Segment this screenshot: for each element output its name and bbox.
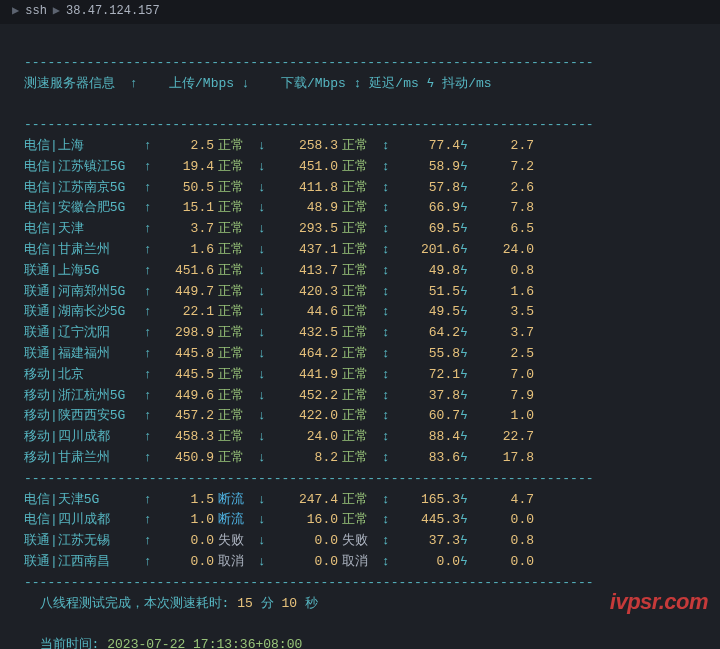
updown-arrow-icon: ↕: [382, 344, 400, 365]
upload-status: 断流: [214, 490, 258, 511]
upload-value: 445.8: [162, 344, 214, 365]
upload-value: 445.5: [162, 365, 214, 386]
latency-value: 0.0: [400, 552, 460, 573]
upload-status: 正常: [214, 282, 258, 303]
server-name: 电信|上海: [24, 136, 144, 157]
download-value: 422.0: [276, 406, 338, 427]
upload-value: 1.0: [162, 510, 214, 531]
download-value: 0.0: [276, 531, 338, 552]
download-status: 正常: [338, 427, 382, 448]
summary-text: 八线程测试完成，本次测速耗时:: [40, 596, 230, 611]
upload-status: 取消: [214, 552, 258, 573]
jitter-value: 2.6: [478, 178, 534, 199]
table-row: 移动|北京↑445.5正常↓441.9正常↕72.1ϟ7.0: [24, 365, 714, 386]
server-name: 联通|河南郑州5G: [24, 282, 144, 303]
latency-value: 88.4: [400, 427, 460, 448]
upload-value: 0.0: [162, 552, 214, 573]
down-arrow-icon: ↓: [258, 531, 276, 552]
table-row: 联通|福建福州↑445.8正常↓464.2正常↕55.8ϟ2.5: [24, 344, 714, 365]
updown-arrow-icon: ↕: [382, 302, 400, 323]
upload-value: 449.6: [162, 386, 214, 407]
spark-icon: ϟ: [460, 531, 478, 552]
jitter-value: 7.2: [478, 157, 534, 178]
upload-status: 正常: [214, 302, 258, 323]
up-arrow-icon: ↑: [144, 406, 162, 427]
upload-status: 正常: [214, 136, 258, 157]
download-status: 正常: [338, 344, 382, 365]
latency-value: 201.6: [400, 240, 460, 261]
download-status: 正常: [338, 510, 382, 531]
updown-arrow-icon: ↕: [382, 510, 400, 531]
jitter-value: 22.7: [478, 427, 534, 448]
up-arrow-icon: ↑: [144, 365, 162, 386]
jitter-value: 6.5: [478, 219, 534, 240]
latency-value: 51.5: [400, 282, 460, 303]
upload-status: 正常: [214, 406, 258, 427]
down-arrow-icon: ↓: [258, 302, 276, 323]
download-value: 464.2: [276, 344, 338, 365]
download-value: 44.6: [276, 302, 338, 323]
latency-value: 49.5: [400, 302, 460, 323]
up-arrow-icon: ↑: [144, 219, 162, 240]
server-name: 电信|天津5G: [24, 490, 144, 511]
jitter-value: 2.7: [478, 136, 534, 157]
updown-arrow-icon: ↕: [382, 219, 400, 240]
down-arrow-icon: ↓: [258, 136, 276, 157]
hdr-upload: 上传/Mbps: [169, 76, 234, 91]
download-status: 正常: [338, 240, 382, 261]
jitter-value: 2.5: [478, 344, 534, 365]
upload-value: 0.0: [162, 531, 214, 552]
download-status: 正常: [338, 157, 382, 178]
latency-value: 64.2: [400, 323, 460, 344]
updown-arrow-icon: ↕: [382, 448, 400, 469]
upload-status: 正常: [214, 386, 258, 407]
upload-value: 2.5: [162, 136, 214, 157]
up-arrow-icon: ↑: [130, 76, 138, 91]
server-name: 电信|安徽合肥5G: [24, 198, 144, 219]
terminal-output[interactable]: ----------------------------------------…: [0, 24, 720, 649]
spark-icon: ϟ: [460, 386, 478, 407]
breadcrumb-host[interactable]: 38.47.124.157: [66, 2, 160, 21]
watermark: ivpsr.com: [610, 584, 708, 619]
updown-arrow-icon: ↕: [382, 178, 400, 199]
down-arrow-icon: ↓: [258, 510, 276, 531]
download-status: 正常: [338, 198, 382, 219]
breadcrumb-ssh[interactable]: ssh: [25, 2, 47, 21]
updown-arrow-icon: ↕: [382, 240, 400, 261]
up-arrow-icon: ↑: [144, 136, 162, 157]
spark-icon: ϟ: [460, 427, 478, 448]
latency-value: 66.9: [400, 198, 460, 219]
download-value: 258.3: [276, 136, 338, 157]
up-arrow-icon: ↑: [144, 282, 162, 303]
jitter-value: 4.7: [478, 490, 534, 511]
table-row: 电信|天津↑3.7正常↓293.5正常↕69.5ϟ6.5: [24, 219, 714, 240]
download-value: 293.5: [276, 219, 338, 240]
updown-arrow-icon: ↕: [382, 282, 400, 303]
down-arrow-icon: ↓: [258, 240, 276, 261]
jitter-value: 1.0: [478, 406, 534, 427]
download-value: 420.3: [276, 282, 338, 303]
spark-icon: ϟ: [460, 136, 478, 157]
up-arrow-icon: ↑: [144, 323, 162, 344]
download-value: 247.4: [276, 490, 338, 511]
server-name: 电信|四川成都: [24, 510, 144, 531]
divider: ----------------------------------------…: [24, 471, 594, 486]
updown-arrow-icon: ↕: [382, 323, 400, 344]
table-row: 移动|四川成都↑458.3正常↓24.0正常↕88.4ϟ22.7: [24, 427, 714, 448]
download-value: 16.0: [276, 510, 338, 531]
server-name: 移动|陕西西安5G: [24, 406, 144, 427]
down-arrow-icon: ↓: [258, 386, 276, 407]
download-status: 正常: [338, 323, 382, 344]
spark-icon: ϟ: [460, 406, 478, 427]
time-line: 当前时间: 2023-07-22 17:13:36+08:00: [24, 635, 714, 649]
down-arrow-icon: ↓: [258, 282, 276, 303]
spark-icon: ϟ: [460, 344, 478, 365]
updown-arrow-icon: ↕: [382, 386, 400, 407]
down-arrow-icon: ↓: [242, 76, 250, 91]
up-arrow-icon: ↑: [144, 157, 162, 178]
upload-status: 正常: [214, 178, 258, 199]
upload-status: 正常: [214, 344, 258, 365]
download-value: 8.2: [276, 448, 338, 469]
up-arrow-icon: ↑: [144, 240, 162, 261]
spark-icon: ϟ: [460, 178, 478, 199]
